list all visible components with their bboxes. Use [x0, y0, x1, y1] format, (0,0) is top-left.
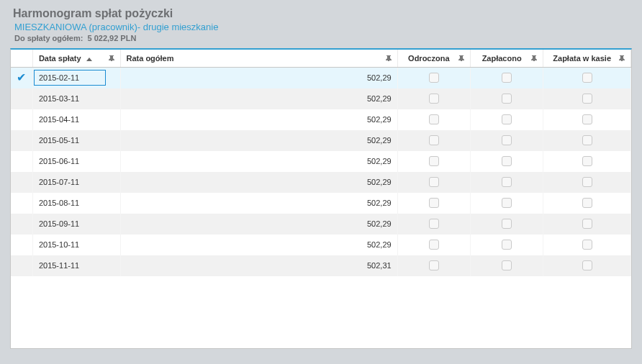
checkbox[interactable]	[582, 177, 592, 187]
cell-paid_cash[interactable]	[543, 68, 631, 88]
cell-deferred[interactable]	[397, 88, 470, 109]
row-select-cell[interactable]	[11, 130, 32, 151]
cell-paid[interactable]	[470, 214, 543, 235]
checkbox[interactable]	[429, 94, 439, 104]
row-select-cell[interactable]	[11, 172, 32, 193]
cell-date[interactable]: 2015-06-11	[32, 151, 120, 172]
row-select-cell[interactable]	[11, 151, 32, 172]
cell-amount[interactable]: 502,29	[120, 68, 397, 88]
cell-paid_cash[interactable]	[543, 151, 631, 172]
checkbox[interactable]	[502, 177, 512, 187]
cell-amount[interactable]: 502,29	[120, 235, 397, 255]
checkbox[interactable]	[502, 73, 512, 83]
checkbox[interactable]	[502, 240, 512, 250]
cell-paid_cash[interactable]	[543, 109, 631, 130]
row-select-cell[interactable]	[11, 193, 32, 214]
checkbox[interactable]	[582, 219, 592, 229]
cell-paid[interactable]	[470, 193, 543, 214]
checkbox[interactable]	[502, 156, 512, 166]
cell-deferred[interactable]	[397, 235, 470, 255]
cell-amount[interactable]: 502,29	[120, 172, 397, 193]
table-row[interactable]: 2015-11-11502,31	[11, 255, 631, 276]
cell-deferred[interactable]	[397, 172, 470, 193]
checkbox[interactable]	[502, 219, 512, 229]
pin-icon[interactable]	[619, 55, 625, 61]
row-select-cell[interactable]: ✔	[11, 68, 32, 88]
row-select-cell[interactable]	[11, 255, 32, 276]
cell-deferred[interactable]	[397, 214, 470, 235]
table-row[interactable]: 2015-06-11502,29	[11, 151, 631, 172]
checkbox[interactable]	[582, 198, 592, 208]
pin-icon[interactable]	[531, 55, 537, 61]
cell-paid_cash[interactable]	[543, 255, 631, 276]
checkbox[interactable]	[582, 260, 592, 270]
table-row[interactable]: 2015-08-11502,29	[11, 193, 631, 214]
cell-paid_cash[interactable]	[543, 235, 631, 255]
row-select-cell[interactable]	[11, 214, 32, 235]
cell-paid[interactable]	[470, 109, 543, 130]
cell-paid_cash[interactable]	[543, 130, 631, 151]
checkbox[interactable]	[429, 240, 439, 250]
pin-icon[interactable]	[109, 55, 114, 61]
cell-date[interactable]: 2015-10-11	[32, 235, 120, 255]
cell-date[interactable]: 2015-05-11	[32, 130, 120, 151]
cell-deferred[interactable]	[397, 130, 470, 151]
checkbox[interactable]	[429, 198, 439, 208]
active-cell[interactable]: 2015-02-11	[34, 70, 106, 86]
col-select[interactable]	[11, 50, 32, 68]
table-row[interactable]: 2015-10-11502,29	[11, 235, 631, 255]
checkbox[interactable]	[429, 260, 439, 270]
row-select-cell[interactable]	[11, 88, 32, 109]
checkbox[interactable]	[502, 260, 512, 270]
cell-deferred[interactable]	[397, 255, 470, 276]
cell-deferred[interactable]	[397, 109, 470, 130]
cell-amount[interactable]: 502,29	[120, 88, 397, 109]
cell-paid[interactable]	[470, 130, 543, 151]
cell-paid[interactable]	[470, 151, 543, 172]
cell-amount[interactable]: 502,29	[120, 193, 397, 214]
col-paid-cash[interactable]: Zapłata w kasie	[543, 50, 631, 68]
checkbox[interactable]	[429, 73, 439, 83]
checkbox[interactable]	[429, 177, 439, 187]
col-total[interactable]: Rata ogółem	[120, 50, 397, 68]
cell-paid[interactable]	[470, 88, 543, 109]
cell-amount[interactable]: 502,29	[120, 109, 397, 130]
cell-paid[interactable]	[470, 255, 543, 276]
pin-icon[interactable]	[458, 55, 464, 61]
checkbox[interactable]	[502, 198, 512, 208]
checkbox[interactable]	[429, 114, 439, 124]
cell-amount[interactable]: 502,31	[120, 255, 397, 276]
cell-deferred[interactable]	[397, 68, 470, 88]
checkbox[interactable]	[582, 240, 592, 250]
checkbox[interactable]	[502, 114, 512, 124]
cell-paid_cash[interactable]	[543, 172, 631, 193]
cell-date[interactable]: 2015-04-11	[32, 109, 120, 130]
cell-date[interactable]: 2015-11-11	[32, 255, 120, 276]
cell-paid_cash[interactable]	[543, 214, 631, 235]
table-row[interactable]: ✔2015-02-11502,29	[11, 68, 631, 88]
table-row[interactable]: 2015-07-11502,29	[11, 172, 631, 193]
checkbox[interactable]	[429, 135, 439, 145]
cell-paid[interactable]	[470, 172, 543, 193]
cell-date[interactable]: 2015-07-11	[32, 172, 120, 193]
table-row[interactable]: 2015-03-11502,29	[11, 88, 631, 109]
cell-date[interactable]: 2015-09-11	[32, 214, 120, 235]
row-select-cell[interactable]	[11, 109, 32, 130]
checkbox[interactable]	[429, 156, 439, 166]
checkbox[interactable]	[502, 135, 512, 145]
cell-deferred[interactable]	[397, 151, 470, 172]
cell-amount[interactable]: 502,29	[120, 214, 397, 235]
cell-paid_cash[interactable]	[543, 193, 631, 214]
col-date[interactable]: Data spłaty	[32, 50, 120, 68]
cell-date[interactable]: 2015-03-11	[32, 88, 120, 109]
checkbox[interactable]	[582, 73, 592, 83]
cell-amount[interactable]: 502,29	[120, 151, 397, 172]
checkbox[interactable]	[582, 135, 592, 145]
cell-date[interactable]: 2015-02-11	[32, 68, 120, 88]
checkbox[interactable]	[582, 94, 592, 104]
table-row[interactable]: 2015-05-11502,29	[11, 130, 631, 151]
col-paid[interactable]: Zapłacono	[470, 50, 543, 68]
cell-paid[interactable]	[470, 68, 543, 88]
sort-asc-icon[interactable]	[86, 58, 92, 61]
cell-deferred[interactable]	[397, 193, 470, 214]
